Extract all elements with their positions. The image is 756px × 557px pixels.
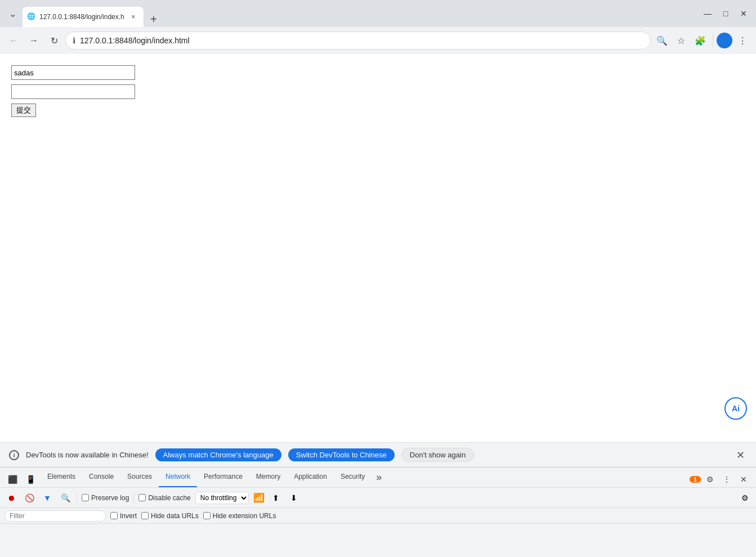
navigation-bar: ← → ↻ ℹ 🔍 ☆ 🧩 👤 ⋮	[0, 27, 756, 54]
search-icon-button[interactable]: 🔍	[653, 32, 671, 50]
devtools-right-controls: 1 ⚙ ⋮ ✕	[687, 471, 754, 487]
devtools-tab-bar: ⬛ 📱 Elements Console Sources Network Per…	[0, 468, 756, 488]
error-badge: 1	[690, 476, 701, 483]
notification-info-icon: i	[9, 450, 19, 460]
hide-extension-urls-label[interactable]: Hide extension URLs	[203, 512, 276, 520]
tab-elements[interactable]: Elements	[41, 467, 82, 487]
devtools-settings-button[interactable]: ⚙	[702, 471, 718, 487]
notification-bar: i DevTools is now available in Chinese! …	[0, 442, 756, 467]
forward-button[interactable]: →	[25, 32, 43, 50]
switch-to-chinese-button[interactable]: Switch DevTools to Chinese	[288, 448, 395, 461]
page-body: 提交 Ai	[0, 54, 756, 442]
extensions-icon-button[interactable]: 🧩	[691, 32, 709, 50]
profile-button[interactable]: 👤	[717, 33, 732, 48]
record-button[interactable]: ⏺	[5, 491, 18, 505]
hide-data-urls-checkbox[interactable]	[141, 512, 149, 519]
bookmark-icon-button[interactable]: ☆	[672, 32, 690, 50]
tab-performance[interactable]: Performance	[197, 467, 249, 487]
download-icon: ⬇	[287, 491, 301, 505]
tab-close-button[interactable]: ×	[128, 11, 139, 23]
tab-application[interactable]: Application	[287, 467, 334, 487]
info-icon: ℹ	[73, 36, 75, 45]
tab-memory[interactable]: Memory	[249, 467, 287, 487]
always-match-language-button[interactable]: Always match Chrome's language	[155, 448, 281, 461]
tab-favicon: 🌐	[27, 12, 36, 21]
toolbar-separator-2	[133, 493, 134, 503]
ai-assistant-button[interactable]: Ai	[724, 397, 747, 420]
devtools-inspect-button[interactable]: ⬛	[5, 471, 20, 487]
disable-cache-label[interactable]: Disable cache	[138, 494, 190, 502]
notification-message: DevTools is now available in Chinese!	[26, 451, 149, 459]
login-form: 提交	[11, 65, 135, 117]
upload-icon: ⬆	[269, 491, 283, 505]
filter-input[interactable]	[5, 510, 106, 522]
toolbar-separator-1	[77, 493, 77, 503]
devtools-panel: ⬛ 📱 Elements Console Sources Network Per…	[0, 467, 756, 557]
tab-scroll-left[interactable]: ⌄	[5, 5, 20, 23]
devtools-controls: ⬛ 📱	[2, 471, 41, 487]
tab-strip: 🌐 127.0.0.1:8848/login/index.h × +	[23, 0, 697, 27]
active-tab[interactable]: 🌐 127.0.0.1:8848/login/index.h ×	[23, 7, 144, 27]
search-button[interactable]: 🔍	[59, 491, 72, 505]
toolbar-icons: 🔍 ☆ 🧩 👤 ⋮	[653, 32, 751, 50]
maximize-button[interactable]: □	[718, 6, 733, 21]
tab-title: 127.0.0.1:8848/login/index.h	[39, 13, 124, 21]
tab-sources[interactable]: Sources	[120, 467, 159, 487]
toolbar-divider	[713, 34, 713, 47]
more-tabs-button[interactable]: »	[372, 467, 386, 487]
chrome-menu-button[interactable]: ⋮	[733, 32, 751, 50]
throttle-select[interactable]: No throttling	[195, 492, 249, 504]
back-button[interactable]: ←	[5, 32, 23, 50]
hide-extension-urls-checkbox[interactable]	[203, 512, 211, 519]
title-bar: ⌄ 🌐 127.0.0.1:8848/login/index.h × + — □…	[0, 0, 756, 27]
hide-data-urls-label[interactable]: Hide data URLs	[141, 512, 199, 520]
devtools-filter-row: Invert Hide data URLs Hide extension URL…	[0, 508, 756, 524]
address-bar[interactable]: ℹ	[65, 32, 651, 50]
minimize-button[interactable]: —	[700, 6, 715, 21]
invert-label[interactable]: Invert	[110, 512, 137, 520]
invert-checkbox[interactable]	[110, 512, 118, 519]
devtools-toolbar: ⏺ 🚫 ▼ 🔍 Preserve log Disable cache No th…	[0, 488, 756, 508]
page-content: 提交 Ai	[0, 54, 756, 442]
devtools-close-button[interactable]: ✕	[736, 471, 751, 487]
filter-button[interactable]: ▼	[41, 491, 54, 505]
window-controls: — □ ✕	[700, 6, 751, 21]
devtools-device-button[interactable]: 📱	[23, 471, 38, 487]
reload-button[interactable]: ↻	[45, 32, 63, 50]
disable-cache-checkbox[interactable]	[138, 494, 146, 501]
username-input[interactable]	[11, 65, 135, 80]
devtools-options-button[interactable]: ⋮	[719, 471, 735, 487]
tab-console[interactable]: Console	[82, 467, 120, 487]
submit-button[interactable]: 提交	[11, 104, 36, 117]
block-button[interactable]: 🚫	[23, 491, 36, 505]
preserve-log-label[interactable]: Preserve log	[82, 494, 129, 502]
tab-security[interactable]: Security	[334, 467, 372, 487]
password-input[interactable]	[11, 84, 135, 99]
url-input[interactable]	[80, 36, 643, 45]
preserve-log-checkbox[interactable]	[82, 494, 89, 501]
new-tab-button[interactable]: +	[146, 11, 162, 27]
close-button[interactable]: ✕	[736, 6, 751, 21]
tab-network[interactable]: Network	[159, 467, 197, 487]
notification-close-button[interactable]: ✕	[734, 447, 747, 464]
settings-icon-button[interactable]: ⚙	[738, 491, 751, 505]
dont-show-again-button[interactable]: Don't show again	[401, 448, 474, 462]
online-icon: 📶	[253, 492, 265, 503]
